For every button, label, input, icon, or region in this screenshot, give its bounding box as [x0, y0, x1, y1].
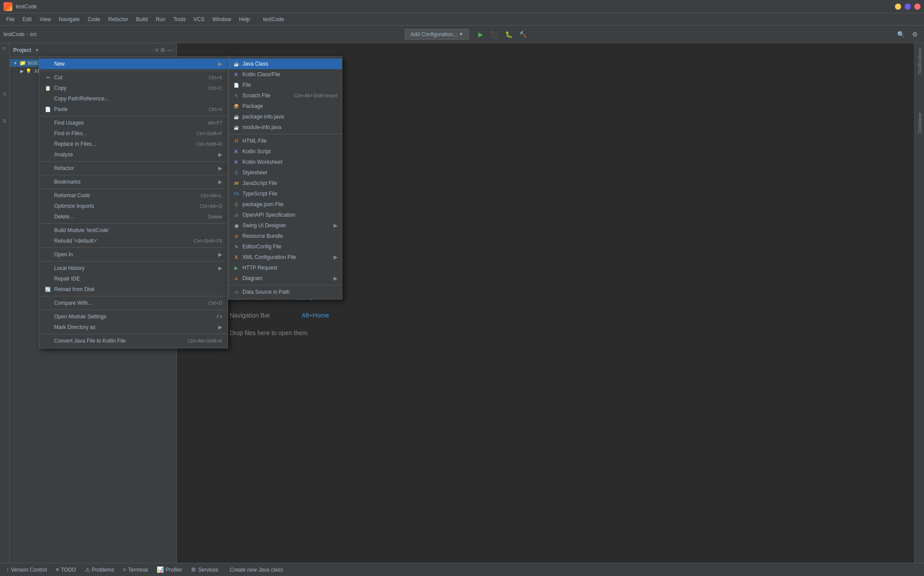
sub-resource[interactable]: ⊞ Resource Bundle [228, 231, 342, 241]
menu-build[interactable]: Build [132, 15, 151, 23]
tree-root-arrow: ▼ [13, 61, 18, 66]
ctx-replace-files[interactable]: Replace in Files... Ctrl+Shift+R [39, 139, 227, 149]
ctx-copy[interactable]: 📋 Copy Ctrl+C [39, 83, 227, 93]
ctx-convert-icon [44, 337, 51, 344]
menu-window[interactable]: Window [209, 15, 235, 23]
sub-js[interactable]: JS JavaScript File [228, 178, 342, 188]
ctx-reload[interactable]: 🔄 Reload from Disk [39, 284, 227, 295]
ctx-new[interactable]: New ▶ [39, 59, 227, 69]
add-config-button[interactable]: Add Configuration... ▼ [405, 29, 469, 40]
ctx-reformat[interactable]: Reformat Code Ctrl+Alt+L [39, 190, 227, 201]
status-todo[interactable]: ≡ TODO [53, 565, 79, 574]
menu-run[interactable]: Run [152, 15, 169, 23]
sub-js-label: JavaScript File [242, 180, 337, 186]
sub-editorconfig[interactable]: ✎ EditorConfig File [228, 241, 342, 252]
ctx-open-module[interactable]: Open Module Settings F4 [39, 311, 227, 322]
sub-swing[interactable]: ▣ Swing UI Designer ▶ [228, 220, 342, 231]
sub-file[interactable]: 📄 File [228, 80, 342, 90]
project-panel-dropdown[interactable]: ▼ [35, 48, 40, 53]
left-icon-structure[interactable]: S [1, 90, 9, 98]
sub-http[interactable]: ▶ HTTP Request [228, 262, 342, 273]
project-settings-icon[interactable]: ⚙ [160, 47, 165, 53]
sub-diagram-icon: ◈ [233, 275, 240, 282]
ctx-paste[interactable]: 📄 Paste Ctrl+V [39, 104, 227, 114]
right-sidebar-notifications[interactable]: Notifications [916, 45, 924, 77]
sub-datasrc[interactable]: ⊙ Data Source in Path [228, 287, 342, 297]
sub-package-info[interactable]: ☕ package-info.java [228, 111, 342, 122]
menu-help[interactable]: Help [235, 15, 253, 23]
sub-openapi[interactable]: ◎ OpenAPI Specification [228, 210, 342, 220]
tree-idea-icon: 💡 [26, 68, 32, 74]
ctx-analyze[interactable]: Analyze ▶ [39, 149, 227, 160]
sub-kotlin-class[interactable]: K Kotlin Class/File [228, 69, 342, 80]
menu-edit[interactable]: Edit [19, 15, 35, 23]
sub-kotlin-worksheet-icon: K [233, 159, 240, 166]
breadcrumb-sep1: › [26, 31, 28, 37]
sub-kotlin-worksheet[interactable]: K Kotlin Worksheet [228, 157, 342, 167]
ctx-compare[interactable]: Compare With... Ctrl+D [39, 298, 227, 308]
sub-json[interactable]: {} package.json File [228, 199, 342, 210]
ctx-cut[interactable]: ✂ Cut Ctrl+X [39, 72, 227, 83]
right-sidebar-database[interactable]: Database [916, 110, 924, 136]
ctx-optimize[interactable]: Optimize Imports Ctrl+Alt+O [39, 201, 227, 211]
ctx-build-module[interactable]: Build Module 'testCode' [39, 225, 227, 236]
sub-stylesheet[interactable]: S Stylesheet [228, 167, 342, 178]
sub-html[interactable]: H HTML File [228, 136, 342, 146]
ctx-mark-dir[interactable]: Mark Directory as ▶ [39, 322, 227, 332]
run-button[interactable]: ▶ [475, 29, 486, 40]
ctx-local-history[interactable]: Local History ▶ [39, 263, 227, 273]
menu-vcs[interactable]: VCS [190, 15, 208, 23]
todo-label: TODO [61, 567, 76, 573]
ctx-rebuild[interactable]: Rebuild '<default>' Ctrl+Shift+F9 [39, 236, 227, 246]
sub-xml-icon: X [233, 254, 240, 261]
ctx-convert[interactable]: Convert Java File to Kotlin File Ctrl+Al… [39, 336, 227, 346]
sub-kotlin-class-icon: K [233, 71, 240, 78]
menu-code[interactable]: Code [84, 15, 104, 23]
sub-kotlin-script[interactable]: K Kotlin Script [228, 146, 342, 157]
maximize-button[interactable] [905, 4, 911, 10]
left-icon-bookmarks[interactable]: B [1, 117, 9, 125]
ctx-copy-path[interactable]: Copy Path/Reference... [39, 93, 227, 104]
collapse-all-icon[interactable]: ≡ [155, 47, 158, 53]
close-button[interactable] [914, 4, 920, 10]
breadcrumb-src[interactable]: src [30, 31, 37, 37]
menu-navigate[interactable]: Navigate [55, 15, 83, 23]
menu-view[interactable]: View [36, 15, 55, 23]
breadcrumb-project[interactable]: testCode [4, 31, 25, 37]
tree-root-folder-icon: 📁 [19, 60, 26, 66]
ctx-repair-ide[interactable]: Repair IDE [39, 273, 227, 284]
sub-java-class[interactable]: ☕ Java Class [228, 59, 342, 69]
ctx-find-files[interactable]: Find in Files... Ctrl+Shift+F [39, 128, 227, 139]
ctx-bookmarks-arrow: ▶ [218, 179, 222, 185]
ctx-bookmarks[interactable]: Bookmarks ▶ [39, 177, 227, 187]
ctx-open-module-shortcut: F4 [216, 314, 222, 319]
title-bar-controls [895, 4, 920, 10]
status-terminal[interactable]: > Terminal [120, 565, 150, 574]
status-profiler[interactable]: 📊 Profiler [154, 565, 185, 574]
menu-file[interactable]: File [3, 15, 18, 23]
search-everywhere-button[interactable]: 🔍 [896, 29, 906, 40]
status-services[interactable]: ⚙ Services [188, 565, 221, 574]
ctx-open-in[interactable]: Open In ▶ [39, 249, 227, 260]
settings-button[interactable]: ⚙ [910, 29, 920, 40]
menu-refactor[interactable]: Refactor [105, 15, 132, 23]
sub-module-info[interactable]: ☕ module-info.java [228, 122, 342, 133]
left-icon-project[interactable]: P [1, 45, 9, 53]
sub-java-class-label: Java Class [242, 61, 337, 67]
ctx-refactor[interactable]: Refactor ▶ [39, 163, 227, 174]
sub-package[interactable]: 📦 Package [228, 101, 342, 111]
sub-xml[interactable]: X XML Configuration File ▶ [228, 252, 342, 262]
ctx-bookmarks-label: Bookmarks [54, 179, 214, 185]
minimize-button[interactable] [895, 4, 901, 10]
sub-package-label: Package [242, 103, 337, 109]
status-problems[interactable]: ⚠ Problems [82, 565, 117, 574]
project-minimize-icon[interactable]: — [167, 47, 173, 53]
menu-tools[interactable]: Tools [170, 15, 189, 23]
ctx-delete[interactable]: Delete... Delete [39, 211, 227, 222]
sub-scratch[interactable]: ✎ Scratch File Ctrl+Alt+Shift+Insert [228, 90, 342, 101]
status-version-control[interactable]: ↑ Version Control [4, 565, 50, 574]
sub-ts[interactable]: TS TypeScript File [228, 188, 342, 199]
sub-diagram[interactable]: ◈ Diagram ▶ [228, 273, 342, 284]
ctx-find-usages[interactable]: Find Usages Alt+F7 [39, 118, 227, 128]
build-button[interactable]: 🔨 [517, 29, 528, 40]
